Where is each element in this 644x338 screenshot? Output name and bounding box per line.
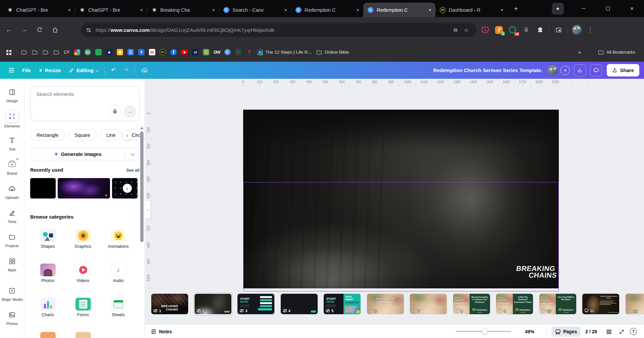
- undo-button[interactable]: ↶: [107, 64, 120, 76]
- browser-profile-avatar[interactable]: [572, 25, 582, 35]
- bookmark-item[interactable]: ?: [246, 49, 252, 55]
- bookmark-item[interactable]: glo: [85, 49, 91, 55]
- home-button[interactable]: [48, 23, 62, 37]
- extensions-puzzle-icon[interactable]: [535, 25, 545, 35]
- editing-mode-button[interactable]: Editing: [65, 64, 103, 76]
- bookmark-item[interactable]: M: [149, 49, 155, 55]
- pages-view-button[interactable]: Pages: [551, 327, 581, 337]
- sidebar-item-uploads[interactable]: Uploads: [0, 179, 24, 204]
- browser-tab[interactable]: ✳ChatGPT - Bre×: [75, 3, 147, 17]
- bookmark-item[interactable]: [117, 49, 123, 55]
- category-videos[interactable]: Videos: [65, 264, 101, 283]
- design-title[interactable]: Redemption Church Sermon Series Template…: [433, 67, 543, 73]
- voice-search-button[interactable]: [109, 105, 121, 118]
- close-button[interactable]: ×: [620, 0, 644, 17]
- page-thumbnail-11[interactable]: "King" Herod (Herod the Great)Messy Beau…: [582, 294, 619, 314]
- sidebar-item-design[interactable]: Design: [0, 83, 24, 107]
- browser-tab[interactable]: ✳ChatGPT - Bre×: [3, 3, 75, 17]
- category-forms[interactable]: Forms: [65, 298, 101, 317]
- address-bar[interactable]: https://www.canva.com/design/DAG1urjZAuA…: [81, 23, 476, 37]
- category-anim[interactable]: Animations: [101, 229, 136, 249]
- new-tab-button[interactable]: +: [511, 4, 521, 13]
- minimize-button[interactable]: [572, 0, 596, 17]
- bookmark-item[interactable]: RC: [160, 49, 166, 55]
- bookmark-item[interactable]: [74, 49, 80, 55]
- bookmark-item[interactable]: [127, 49, 134, 55]
- browser-menu-icon[interactable]: ⋮: [586, 26, 594, 34]
- page-thumbnail-1[interactable]: BREAKINGCHAINS1: [151, 294, 188, 314]
- search-submit-button[interactable]: →: [124, 105, 136, 118]
- browser-tab[interactable]: CRedemption C×: [363, 3, 435, 17]
- search-elements-input[interactable]: Search elements →: [30, 86, 140, 121]
- page-thumbnail-6[interactable]: Messy BeautifulCHRISTMAS6: [367, 294, 404, 314]
- category-tables[interactable]: [65, 332, 101, 338]
- page-thumbnail-4[interactable]: 4: [281, 294, 318, 314]
- cloud-save-status[interactable]: [137, 64, 152, 76]
- bookmark-item[interactable]: ✦The 12 Steps | Life R...: [257, 49, 312, 55]
- chips-scroll-right-button[interactable]: ›: [123, 131, 132, 140]
- category-audio[interactable]: ♪Audio: [101, 264, 136, 283]
- zoom-slider[interactable]: [456, 331, 511, 332]
- page-thumbnail-9[interactable]: Messy BeautifulCHRISTMASAt War This Chri…: [496, 294, 533, 314]
- bookmark-item[interactable]: UI: [192, 49, 199, 55]
- filter-chip-rectangle[interactable]: Rectangle: [30, 129, 65, 141]
- bookmark-star-icon[interactable]: ☆: [461, 24, 472, 35]
- page-thumbnail-7[interactable]: 7: [410, 294, 447, 314]
- filter-chip-square[interactable]: Square: [68, 129, 97, 141]
- help-button[interactable]: ?: [630, 328, 637, 335]
- bookmark-item[interactable]: [53, 49, 59, 55]
- sidebar-item-photos[interactable]: Photos: [0, 305, 24, 330]
- browser-tab[interactable]: CRedemption C×: [291, 3, 363, 17]
- bookmark-item[interactable]: [21, 49, 27, 55]
- maximize-button[interactable]: [596, 0, 620, 17]
- bookmark-item[interactable]: Online Bible: [316, 49, 349, 55]
- tab-close-icon[interactable]: ×: [212, 7, 216, 13]
- file-menu-button[interactable]: File: [18, 64, 35, 76]
- collaborator-avatar[interactable]: [548, 65, 558, 75]
- generate-images-dropdown[interactable]: [125, 148, 139, 160]
- microphone-icon[interactable]: [522, 25, 531, 35]
- bookmark-item[interactable]: [42, 49, 49, 55]
- forward-button[interactable]: →: [17, 23, 31, 37]
- sidebar-item-text[interactable]: TText: [0, 131, 24, 155]
- invite-member-button[interactable]: +: [560, 66, 570, 75]
- sidebar-toggle-icon[interactable]: [554, 25, 563, 35]
- see-all-link[interactable]: See all: [126, 168, 140, 173]
- bookmark-item[interactable]: C: [224, 49, 231, 55]
- sidebar-item-tools[interactable]: Tools: [0, 204, 24, 228]
- sidebar-item-projects[interactable]: Projects: [0, 228, 24, 252]
- translate-extension-icon[interactable]: f1: [494, 25, 503, 35]
- filter-chip-line[interactable]: Line: [100, 129, 122, 141]
- bookmark-item[interactable]: [181, 50, 188, 55]
- generate-images-button[interactable]: ✦Generate images: [30, 148, 140, 160]
- sidebar-item-apps[interactable]: Apps: [0, 252, 24, 276]
- tab-close-icon[interactable]: ×: [140, 7, 144, 13]
- zoom-slider-thumb[interactable]: [482, 329, 488, 334]
- tab-close-icon[interactable]: ×: [284, 7, 288, 13]
- share-button[interactable]: Share: [607, 64, 639, 76]
- bookmark-item[interactable]: [203, 49, 209, 55]
- recent-element-nebula[interactable]: ♛: [58, 178, 110, 199]
- bookmark-item[interactable]: CF: [64, 50, 70, 55]
- page-thumbnail-3[interactable]: STARTHERE3: [237, 294, 274, 314]
- bookmark-item[interactable]: f: [170, 49, 177, 55]
- blocker-extension-icon[interactable]: off: [508, 25, 517, 35]
- browser-tab[interactable]: RCDashboard ‹ R×: [435, 3, 507, 17]
- pocket-extension-icon[interactable]: ∨: [480, 25, 490, 35]
- main-menu-button[interactable]: [5, 64, 18, 76]
- category-charts[interactable]: Charts: [30, 298, 65, 317]
- reload-button[interactable]: [33, 23, 46, 37]
- page-thumbnail-12[interactable]: 12: [626, 294, 644, 314]
- zoom-out-icon[interactable]: ⊖: [450, 24, 461, 35]
- bookmark-item[interactable]: All Bookmarks: [598, 49, 635, 55]
- category-graphics[interactable]: Graphics: [65, 229, 101, 249]
- site-info-icon[interactable]: [86, 27, 92, 33]
- page-thumbnail-2[interactable]: 2: [195, 294, 231, 314]
- back-button[interactable]: ←: [2, 23, 15, 37]
- tab-close-icon[interactable]: ×: [356, 7, 360, 13]
- page-thumbnail-5[interactable]: STARTHEREStuck Again?5: [324, 294, 361, 314]
- sidebar-item-magic[interactable]: Magic Media: [0, 281, 24, 305]
- sidebar-item-elements[interactable]: ♥▲■●Elements: [0, 107, 24, 131]
- category-sheets[interactable]: Sheets: [101, 298, 136, 317]
- notes-button[interactable]: Notes: [151, 325, 172, 338]
